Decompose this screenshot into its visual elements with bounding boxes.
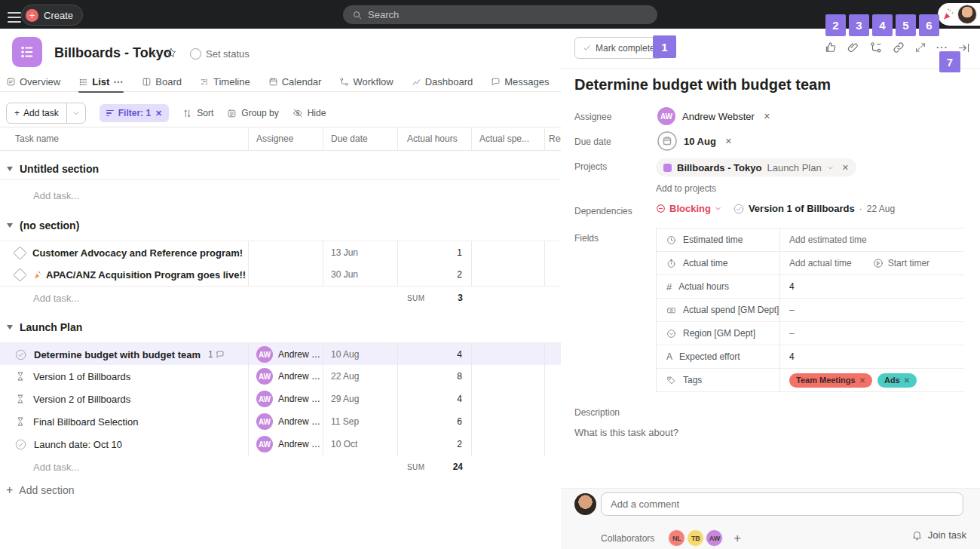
field-row[interactable]: Actual time Add actual time Start timer xyxy=(657,252,964,275)
check-circle-icon[interactable] xyxy=(15,439,26,450)
tab-overview[interactable]: Overview xyxy=(6,72,60,92)
tag-chip[interactable]: Ads✕ xyxy=(877,373,917,388)
due-date-cell[interactable]: 11 Sep xyxy=(323,410,398,433)
expand-fullscreen-icon[interactable] xyxy=(914,41,926,54)
assignee-value[interactable]: AW Andrew Webster ✕ xyxy=(657,107,770,125)
due-date-cell[interactable]: 13 Jun xyxy=(323,241,398,264)
task-name[interactable]: APAC/ANZ Acquisition Program goes live!! xyxy=(46,269,246,281)
actual-hours-cell[interactable]: 4 xyxy=(398,343,472,366)
field-value[interactable]: – xyxy=(789,305,795,315)
add-section-button[interactable]: + Add section xyxy=(6,483,75,497)
attachment-paperclip-icon[interactable] xyxy=(847,41,860,54)
caret-down-icon[interactable] xyxy=(7,223,13,228)
remove-project-icon[interactable]: ✕ xyxy=(842,163,849,173)
task-row[interactable]: Version 2 of Billboards AWAndrew We... 2… xyxy=(0,388,561,411)
remove-due-date-icon[interactable]: ✕ xyxy=(725,136,732,146)
task-row[interactable]: Launch date: Oct 10 AWAndrew We... 10 Oc… xyxy=(0,433,561,456)
tab-timeline[interactable]: Timeline xyxy=(200,72,250,92)
task-name[interactable]: Final Billboard Selection xyxy=(33,416,138,428)
add-to-projects-link[interactable]: Add to projects xyxy=(656,183,716,194)
field-row[interactable]: Actual spend [GM Dept] – xyxy=(657,299,964,322)
hide-button[interactable]: Hide xyxy=(292,108,326,118)
remove-tag-icon[interactable]: ✕ xyxy=(859,376,865,385)
due-date-cell[interactable]: 10 Aug xyxy=(323,343,398,366)
assignee-name[interactable]: Andrew We... xyxy=(278,416,323,427)
task-name[interactable]: Customer Advocacy and Reference program! xyxy=(32,247,243,259)
group-by-button[interactable]: Group by xyxy=(227,108,278,118)
chevron-down-icon[interactable] xyxy=(149,49,158,58)
actual-hours-cell[interactable]: 1 xyxy=(398,241,472,264)
task-row[interactable]: Version 1 of Billboards AWAndrew We... 2… xyxy=(0,365,561,388)
add-task-sum-row[interactable]: Add task... SUM 3 xyxy=(0,287,561,309)
field-row[interactable]: Region [GM Dept] – xyxy=(657,322,964,345)
field-placeholder[interactable]: Add actual time xyxy=(789,258,852,268)
user-menu[interactable] xyxy=(938,3,980,26)
project-section-select[interactable]: Launch Plan xyxy=(767,162,821,173)
join-task-button[interactable]: Join task xyxy=(911,529,966,541)
remove-assignee-icon[interactable]: ✕ xyxy=(764,112,770,121)
assignee-name[interactable]: Andrew We... xyxy=(278,349,323,360)
add-task-button[interactable]: +Add task xyxy=(6,103,86,124)
column-header-region[interactable]: Reg xyxy=(545,127,561,150)
add-task-sum-row[interactable]: Add task... SUM 24 xyxy=(0,455,561,478)
blocking-dropdown[interactable]: Blocking xyxy=(656,203,721,214)
tab-dashboard[interactable]: Dashboard xyxy=(412,72,473,92)
hourglass-icon[interactable] xyxy=(15,371,26,382)
section-header-no-section[interactable]: (no section) xyxy=(0,214,561,237)
caret-down-icon[interactable] xyxy=(7,325,13,330)
milestone-diamond-icon[interactable] xyxy=(13,268,26,281)
due-date-value[interactable]: 10 Aug ✕ xyxy=(657,131,732,151)
field-row[interactable]: Estimated time Add estimated time xyxy=(657,228,964,252)
project-icon[interactable] xyxy=(12,37,42,67)
task-row[interactable]: Final Billboard Selection AWAndrew We...… xyxy=(0,410,561,434)
task-name[interactable]: Version 2 of Billboards xyxy=(33,394,130,405)
caret-down-icon[interactable] xyxy=(7,167,13,171)
actual-hours-cell[interactable]: 2 xyxy=(398,433,472,455)
actual-hours-cell[interactable]: 4 xyxy=(398,388,472,410)
create-button[interactable]: + Create xyxy=(21,5,83,26)
field-placeholder[interactable]: Add estimated time xyxy=(789,235,867,245)
field-value[interactable]: 4 xyxy=(789,281,795,292)
subtask-icon[interactable] xyxy=(869,41,883,54)
field-row-tags[interactable]: Tags Team Meetings✕ Ads✕ xyxy=(657,369,964,392)
mark-complete-button[interactable]: Mark complete xyxy=(574,37,663,59)
field-row[interactable]: #Actual hours 4 xyxy=(657,275,964,299)
add-collaborator-icon[interactable]: + xyxy=(733,532,740,545)
section-header-untitled[interactable]: Untitled section xyxy=(0,158,561,180)
tag-chip[interactable]: Team Meetings✕ xyxy=(789,373,872,388)
dependency-task-link[interactable]: Version 1 of Billboards · 22 Aug xyxy=(733,203,895,214)
task-row[interactable]: Customer Advocacy and Reference program!… xyxy=(0,241,561,265)
column-header-assignee[interactable]: Assignee xyxy=(249,127,323,150)
column-header-task-name[interactable]: Task name xyxy=(0,127,249,150)
collaborator-avatar[interactable]: AW xyxy=(706,529,723,547)
sort-button[interactable]: Sort xyxy=(182,108,213,118)
project-chip[interactable]: Billboards - Tokyo Launch Plan ✕ xyxy=(656,158,856,176)
search-input[interactable]: Search xyxy=(343,5,657,24)
star-icon[interactable] xyxy=(165,47,177,59)
field-value[interactable]: – xyxy=(789,328,795,339)
task-name[interactable]: Launch date: Oct 10 xyxy=(34,439,122,450)
field-row[interactable]: AExpected effort 4 xyxy=(657,345,964,369)
more-options-icon[interactable]: ⋯ xyxy=(936,44,948,51)
tab-messages[interactable]: Messages xyxy=(491,72,549,92)
milestone-diamond-icon[interactable] xyxy=(13,246,26,259)
due-date-text[interactable]: 10 Aug xyxy=(684,136,716,147)
collaborator-avatar[interactable]: TB xyxy=(687,529,704,547)
column-header-actual-hours[interactable]: Actual hours xyxy=(398,127,472,150)
actual-hours-cell[interactable]: 6 xyxy=(398,410,472,433)
section-header-launch-plan[interactable]: Launch Plan xyxy=(0,316,561,339)
actual-hours-cell[interactable]: 8 xyxy=(398,365,472,388)
remove-filter-icon[interactable]: ✕ xyxy=(155,109,162,118)
task-row[interactable]: APAC/ANZ Acquisition Program goes live!!… xyxy=(0,263,561,287)
description-input[interactable]: What is this task about? xyxy=(574,427,678,438)
check-circle-icon[interactable] xyxy=(15,349,26,360)
field-value[interactable]: 4 xyxy=(789,351,795,362)
column-header-due-date[interactable]: Due date xyxy=(323,127,398,150)
set-status-button[interactable]: Set status xyxy=(190,48,250,60)
tab-calendar[interactable]: Calendar xyxy=(268,72,322,92)
due-date-cell[interactable]: 10 Oct xyxy=(323,433,398,455)
tab-board[interactable]: Board xyxy=(142,72,182,92)
due-date-cell[interactable]: 30 Jun xyxy=(323,263,398,286)
collaborator-avatar[interactable]: NL xyxy=(668,529,685,547)
due-date-cell[interactable]: 22 Aug xyxy=(323,365,398,388)
